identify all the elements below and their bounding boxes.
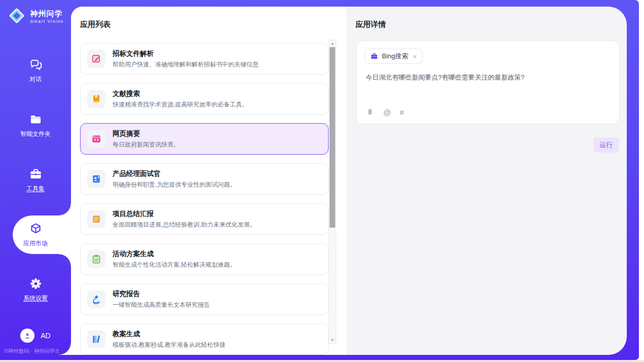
app-list-title: 应用列表 [80,20,111,29]
window-bottom-edge [0,360,644,362]
sidebar-item-chat[interactable]: 对话 [0,43,71,98]
app-card-description: 一键智能生成高质量长文本研究报告 [113,301,210,309]
sidebar-item-label: 对话 [29,75,42,84]
app-card-literature-search[interactable]: 文献搜索 快速精准查找学术资源,提高研究效率的必备工具。 [80,83,329,115]
brand-logo-icon [7,6,26,27]
prompt-card: Bing搜索 × 今日湖北有哪些新闻要点?有哪些需要关注的最新政策? @ # [356,41,620,124]
app-card-bid-analysis[interactable]: 招标文件解析 帮助用户快速、准确地理解和解析招标书中的关键信息 [80,43,329,75]
user-profile[interactable]: AD [0,329,71,343]
app-card-research-report[interactable]: 研究报告 一键智能生成高质量长文本研究报告 [80,283,329,315]
app-card-description: 全面回顾项目进展,总结经验教训,助力未来优化发展。 [113,221,256,229]
app-card-list: 招标文件解析 帮助用户快速、准确地理解和解析招标书中的关键信息 文献搜索 快速精… [80,43,329,355]
app-card-description: 模板驱动,教案秒成,教学准备从此轻松快捷 [113,341,226,349]
note-icon [87,210,105,228]
sidebar-item-smart-folders[interactable]: 智能文件夹 [0,98,71,153]
clipboard-check-icon [87,250,105,268]
app-card-event-plan[interactable]: 活动方案生成 智能生成个性化活动方案,轻松解决规划难题。 [80,243,329,275]
hashtag-icon[interactable]: # [400,108,404,117]
app-card-pm-interviewer[interactable]: 产品经理面试官 明确身份和职责,为您提供专业性的面试问题。 [80,163,329,195]
run-button[interactable]: 运行 [593,137,619,153]
sidebar-item-app-market[interactable]: 应用市场 [0,207,71,262]
sidebar-nav: 对话 智能文件夹 工具集 应用市场 系统设置 [0,43,71,317]
brand-subtitle: Smart Vision [30,19,63,24]
interview-icon [87,170,105,188]
cube-icon [29,222,43,236]
main-content: 应用列表 招标文件解析 帮助用户快速、准确地理解和解析招标书中的关键信息 文献搜… [71,7,627,355]
scroll-down-icon[interactable]: ▼ [329,338,336,342]
app-card-web-summary[interactable]: 网页摘要 每日政府新闻资讯快查。 [80,123,329,155]
scrollbar-thumb[interactable] [330,47,335,228]
briefcase-icon [370,52,378,60]
app-card-description: 每日政府新闻资讯快查。 [113,140,180,149]
sidebar-item-toolset[interactable]: 工具集 [0,153,71,207]
tool-chip-bing-search[interactable]: Bing搜索 × [365,49,422,64]
sidebar-bottom-notch [59,343,71,355]
book-icon [87,90,105,108]
app-card-title: 文献搜索 [113,89,248,98]
app-card-description: 帮助用户快速、准确地理解和解析招标书中的关键信息 [113,60,259,69]
app-detail-title: 应用详情 [355,20,386,29]
folder-icon [29,113,43,126]
close-icon[interactable]: × [413,53,417,60]
prompt-input[interactable]: 今日湖北有哪些新闻要点?有哪些需要关注的最新政策? [366,73,610,83]
app-card-title: 研究报告 [113,289,210,299]
browser-code-icon [87,130,105,148]
app-card-title: 项目总结汇报 [113,209,256,219]
app-card-description: 快速精准查找学术资源,提高研究效率的必备工具。 [113,100,248,109]
app-list-panel: 应用列表 招标文件解析 帮助用户快速、准确地理解和解析招标书中的关键信息 文献搜… [71,7,346,355]
app-card-description: 智能生成个性化活动方案,轻松解决规划难题。 [113,261,236,269]
sidebar-item-label: 应用市场 [23,239,48,248]
tool-chip-label: Bing搜索 [382,52,408,61]
brand-logo: 神州问学 Smart Vision [0,6,71,27]
sidebar: 神州问学 Smart Vision 对话 智能文件夹 工具集 应用市场 [0,0,71,360]
sidebar-item-label: 工具集 [26,185,45,193]
bubble-top-connector [59,203,71,215]
toolbox-icon [29,167,43,181]
app-card-title: 活动方案生成 [113,249,236,259]
app-card-project-summary[interactable]: 项目总结汇报 全面回顾项目进展,总结经验教训,助力未来优化发展。 [80,203,329,235]
app-card-description: 明确身份和职责,为您提供专业性的面试问题。 [113,180,236,189]
mention-icon[interactable]: @ [383,108,391,117]
books-icon [87,330,105,348]
avatar[interactable] [20,329,34,343]
scrollbar[interactable]: ▲ ▼ [329,40,336,344]
chat-icon [29,58,43,71]
app-card-lesson-plan[interactable]: 教案生成 模板驱动,教案秒成,教学准备从此轻松快捷 [80,323,329,355]
scroll-up-icon[interactable]: ▲ [329,42,336,45]
purple-frame: 神州问学 Smart Vision 对话 智能文件夹 工具集 应用市场 [0,0,639,360]
app-detail-panel: 应用详情 Bing搜索 × 今日湖北有哪些新闻要点?有哪些需要关注的最新政策? … [346,7,627,355]
doc-edit-icon [87,50,105,68]
app-card-title: 产品经理面试官 [113,169,236,178]
app-window: 神州问学 Smart Vision 对话 智能文件夹 工具集 应用市场 [0,0,644,362]
sidebar-item-label: 系统设置 [23,294,48,303]
app-card-title: 招标文件解析 [113,49,259,58]
user-initials: AD [41,332,50,340]
app-card-title: 教案生成 [113,330,226,339]
microscope-icon [87,290,105,308]
sidebar-item-label: 智能文件夹 [20,130,51,138]
bottom-purple-bar [0,355,639,360]
paperclip-icon[interactable] [366,107,375,117]
app-card-title: 网页摘要 [113,129,180,138]
brand-name: 神州问学 [30,10,63,18]
gear-icon [29,277,43,291]
composer-toolbar: @ # [366,107,404,117]
sidebar-item-system-settings[interactable]: 系统设置 [0,262,71,317]
